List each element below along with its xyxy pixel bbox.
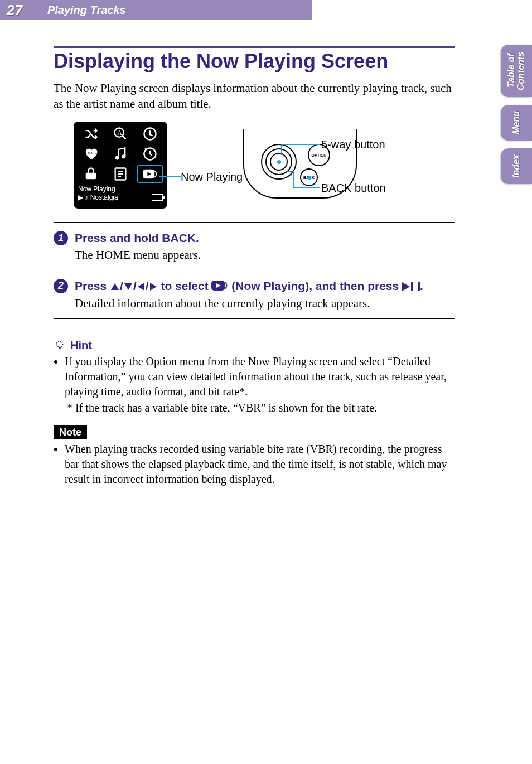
device-track-name: ▶ ♪ Nostalgia [78, 194, 118, 201]
up-icon [111, 283, 119, 290]
svg-rect-12 [59, 347, 61, 349]
title-rule [54, 46, 455, 48]
back-callout: BACK button [321, 182, 386, 195]
leader-line [287, 171, 294, 172]
step-heading: Press /// to select (Now Playing), and t… [75, 278, 423, 294]
now-playing-icon [137, 165, 163, 183]
right-icon [150, 283, 157, 291]
tab-table-of-contents[interactable]: Table of Contents [501, 45, 532, 97]
main-content: Displaying the Now Playing Screen The No… [54, 46, 455, 488]
page-title: Displaying the Now Playing Screen [54, 50, 455, 72]
step-body: Detailed information about the currently… [75, 297, 455, 311]
hint-heading: Hint [54, 339, 455, 352]
tab-label: Index [512, 154, 521, 178]
section-title: Playing Tracks [47, 4, 126, 17]
now-playing-cell [136, 164, 165, 184]
leader-line [282, 144, 320, 145]
step-2: 2 Press /// to select (Now Playing), and… [54, 270, 455, 319]
search-icon: A [105, 124, 135, 144]
shuffle-icon [76, 124, 105, 144]
left-icon [138, 283, 144, 291]
all-songs-icon [136, 124, 165, 144]
svg-rect-7 [85, 173, 96, 180]
hint-list: If you display the Option menu from the … [54, 354, 455, 399]
settings-icon [76, 164, 105, 184]
svg-text:TOP 100: TOP 100 [87, 151, 99, 155]
svg-point-11 [57, 341, 63, 347]
device-now-playing-label: Now Playing [78, 185, 163, 193]
step-badge: 2 [54, 279, 68, 293]
steps-list: 1 Press and hold BACK. The HOME menu app… [54, 222, 455, 318]
back-button: BACK [300, 168, 318, 186]
battery-icon [152, 194, 163, 201]
tab-label: Menu [512, 111, 521, 134]
note-bullet: When playing tracks recorded using varia… [65, 442, 455, 487]
note-label: Note [54, 425, 87, 439]
now-playing-callout: Now Playing [181, 171, 243, 183]
tab-menu[interactable]: Menu [501, 105, 532, 141]
page-header: 27 Playing Tracks [0, 0, 532, 20]
step-heading: Press and hold BACK. [75, 230, 199, 245]
lightbulb-icon [54, 339, 66, 351]
intro-text: The Now Playing screen displays informat… [54, 80, 455, 112]
note-list: When playing tracks recorded using varia… [54, 442, 455, 487]
step-1: 1 Press and hold BACK. The HOME menu app… [54, 223, 455, 270]
page-number: 27 [7, 2, 23, 19]
leader-line [293, 171, 294, 188]
hint-label: Hint [70, 339, 92, 352]
five-way-button [261, 144, 297, 180]
leader-line [294, 187, 320, 188]
down-icon [124, 283, 132, 290]
recent-icon [136, 144, 165, 164]
leader-line [281, 144, 282, 155]
hint-footnote: * If the track has a variable bite rate,… [67, 402, 455, 414]
rating-icon: TOP 100 [76, 144, 105, 164]
figure-row: A TOP 100 Now Playing ▶ ♪ Nostalgia Now … [54, 122, 455, 216]
side-tabs: Table of Contents Menu Index [501, 45, 532, 184]
music-library-icon [105, 144, 135, 164]
playlists-icon [105, 164, 135, 184]
step-body: The HOME menu appears. [75, 248, 455, 262]
device-screen: A TOP 100 Now Playing ▶ ♪ Nostalgia [74, 122, 167, 209]
svg-point-4 [116, 157, 119, 159]
svg-point-5 [122, 156, 125, 158]
svg-text:A: A [117, 130, 122, 137]
tab-index[interactable]: Index [501, 148, 532, 184]
five-way-callout: 5-way button [321, 138, 385, 151]
step-badge: 1 [54, 231, 68, 245]
hint-bullet: If you display the Option menu from the … [65, 354, 455, 399]
play-pause-icon [402, 282, 420, 291]
leader-line [159, 176, 181, 177]
tab-label: Table of Contents [507, 45, 526, 97]
now-playing-icon [211, 279, 228, 294]
